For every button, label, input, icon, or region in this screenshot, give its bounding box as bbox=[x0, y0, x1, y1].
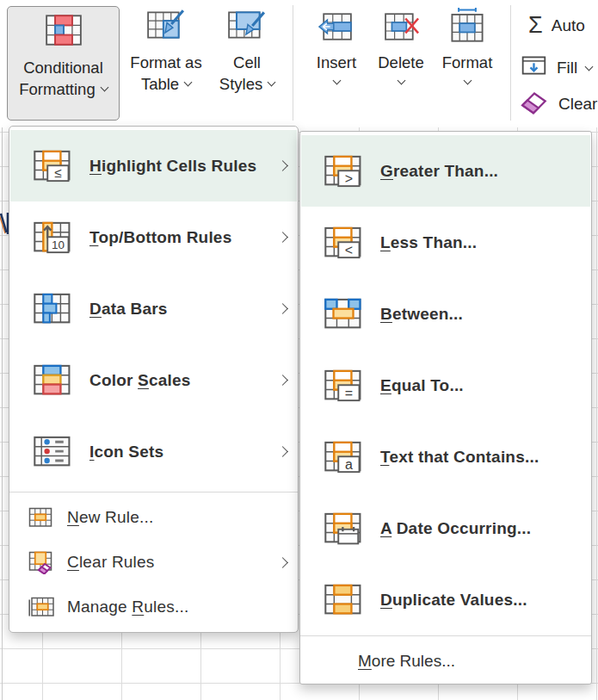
chevron-down-icon bbox=[463, 76, 472, 84]
menu-item-clear-rules[interactable]: Clear Rules bbox=[10, 540, 297, 585]
submenu-arrow-icon bbox=[277, 446, 288, 457]
insert-cells-icon bbox=[317, 10, 355, 49]
submenu-item-label: More Rules... bbox=[358, 652, 455, 671]
format-as-table-icon bbox=[146, 7, 186, 49]
menu-item-highlight-cells-rules[interactable]: ≤ Highlight Cells Rules bbox=[10, 130, 297, 201]
format-label: Format bbox=[442, 53, 493, 74]
delete-label: Delete bbox=[378, 53, 423, 74]
insert-label: Insert bbox=[317, 53, 356, 74]
svg-text:10: 10 bbox=[52, 238, 65, 251]
top-bottom-rules-icon: 10 bbox=[33, 220, 72, 255]
insert-button[interactable]: Insert bbox=[306, 10, 367, 84]
icon-sets-icon bbox=[33, 434, 72, 469]
menu-item-top-bottom-rules[interactable]: 10 Top/Bottom Rules bbox=[10, 201, 297, 273]
submenu-arrow-icon bbox=[277, 557, 288, 568]
format-button[interactable]: Format bbox=[436, 7, 498, 84]
menu-item-label: Color Scales bbox=[89, 371, 191, 390]
less-than-icon: < bbox=[324, 225, 363, 260]
new-rule-icon bbox=[28, 506, 55, 529]
conditional-formatting-menu: ≤ Highlight Cells Rules 10 Top/Bottom Ru… bbox=[9, 126, 299, 633]
clear-rules-icon bbox=[28, 550, 55, 574]
format-as-table-button[interactable]: Format as Table bbox=[126, 7, 207, 121]
format-as-table-label-line2: Table bbox=[141, 74, 179, 96]
submenu-arrow-icon bbox=[277, 232, 288, 243]
submenu-arrow-icon bbox=[277, 375, 288, 386]
between-icon bbox=[324, 296, 363, 331]
cell-styles-button[interactable]: Cell Styles bbox=[210, 7, 284, 121]
chevron-down-icon bbox=[585, 63, 594, 71]
submenu-item-label: Between... bbox=[380, 305, 463, 324]
ribbon-group-divider bbox=[510, 5, 511, 121]
menu-item-data-bars[interactable]: Data Bars bbox=[10, 273, 297, 344]
menu-item-manage-rules[interactable]: Manage Rules... bbox=[10, 585, 297, 629]
chevron-down-icon bbox=[332, 76, 341, 84]
autosum-button[interactable]: Σ Auto bbox=[528, 14, 585, 37]
submenu-item-label: Greater Than... bbox=[380, 162, 498, 181]
submenu-item-label: Less Than... bbox=[380, 233, 477, 252]
svg-text:a: a bbox=[345, 457, 353, 472]
fill-button[interactable]: Fill bbox=[521, 53, 592, 82]
ribbon: Conditional Formatting Format as Table bbox=[0, 0, 598, 127]
delete-button[interactable]: Delete bbox=[371, 10, 431, 84]
submenu-item-more-rules[interactable]: More Rules... bbox=[301, 640, 590, 683]
menu-item-new-rule[interactable]: New Rule... bbox=[10, 495, 297, 540]
fill-label: Fill bbox=[557, 59, 577, 77]
greater-than-icon: > bbox=[324, 153, 363, 189]
equal-to-icon: = bbox=[324, 368, 363, 403]
fill-down-icon bbox=[521, 53, 548, 82]
submenu-item-less-than[interactable]: < Less Than... bbox=[301, 207, 590, 278]
submenu-item-greater-than[interactable]: > Greater Than... bbox=[301, 135, 590, 207]
format-cells-icon bbox=[448, 7, 486, 49]
excel-window: Conditional Formatting Format as Table bbox=[0, 0, 598, 700]
menu-item-icon-sets[interactable]: Icon Sets bbox=[10, 416, 297, 487]
menu-item-color-scales[interactable]: Color Scales bbox=[10, 344, 297, 416]
menu-item-label: Clear Rules bbox=[67, 553, 154, 572]
format-as-table-label-line1: Format as bbox=[130, 53, 201, 74]
text-that-contains-icon: a bbox=[324, 439, 363, 474]
conditional-formatting-icon bbox=[44, 12, 83, 54]
submenu-item-duplicate-values[interactable]: Duplicate Values... bbox=[301, 564, 590, 635]
duplicate-values-icon bbox=[324, 582, 363, 617]
chevron-down-icon bbox=[268, 78, 276, 87]
cell-styles-label-line2: Styles bbox=[219, 74, 262, 96]
sigma-icon: Σ bbox=[528, 14, 543, 37]
svg-text:<: < bbox=[345, 243, 353, 257]
svg-text:=: = bbox=[345, 386, 353, 400]
svg-text:>: > bbox=[345, 171, 353, 186]
manage-rules-icon bbox=[28, 596, 55, 618]
menu-item-label: Highlight Cells Rules bbox=[89, 157, 256, 176]
submenu-separator bbox=[300, 635, 591, 636]
submenu-item-equal-to[interactable]: = Equal To... bbox=[301, 350, 590, 421]
submenu-arrow-icon bbox=[277, 160, 288, 171]
menu-item-label: Manage Rules... bbox=[67, 598, 188, 616]
clear-label: Clear bbox=[558, 95, 597, 114]
menu-item-label: New Rule... bbox=[67, 508, 153, 527]
submenu-item-label: Equal To... bbox=[380, 376, 464, 395]
svg-text:≤: ≤ bbox=[54, 165, 61, 180]
submenu-item-label: Text that Contains... bbox=[380, 448, 539, 467]
conditional-formatting-label-line1: Conditional bbox=[23, 58, 103, 79]
submenu-item-a-date-occurring[interactable]: A Date Occurring... bbox=[301, 492, 590, 564]
date-occurring-icon bbox=[324, 511, 363, 546]
eraser-icon bbox=[519, 88, 550, 120]
highlight-cells-rules-submenu: > Greater Than... < Less Than... bbox=[299, 131, 592, 685]
chevron-down-icon bbox=[100, 84, 108, 92]
menu-item-label: Icon Sets bbox=[89, 443, 163, 462]
clear-button[interactable]: Clear bbox=[519, 88, 597, 120]
submenu-item-between[interactable]: Between... bbox=[301, 278, 590, 350]
menu-separator bbox=[9, 492, 298, 492]
conditional-formatting-label-line2: Formatting bbox=[19, 79, 95, 101]
color-scales-icon bbox=[33, 362, 72, 398]
submenu-item-text-that-contains[interactable]: a Text that Contains... bbox=[301, 421, 590, 492]
conditional-formatting-button[interactable]: Conditional Formatting bbox=[7, 6, 120, 121]
submenu-arrow-icon bbox=[277, 303, 288, 314]
ribbon-group-divider bbox=[293, 5, 293, 121]
autosum-label: Auto bbox=[552, 16, 585, 35]
chevron-down-icon bbox=[397, 76, 405, 84]
data-bars-icon bbox=[33, 291, 72, 326]
menu-item-label: Data Bars bbox=[89, 300, 168, 319]
worksheet-partial-text bbox=[0, 210, 9, 236]
submenu-item-label: Duplicate Values... bbox=[380, 591, 527, 610]
submenu-item-label: A Date Occurring... bbox=[380, 519, 531, 538]
cell-styles-label-line1: Cell bbox=[233, 53, 261, 74]
